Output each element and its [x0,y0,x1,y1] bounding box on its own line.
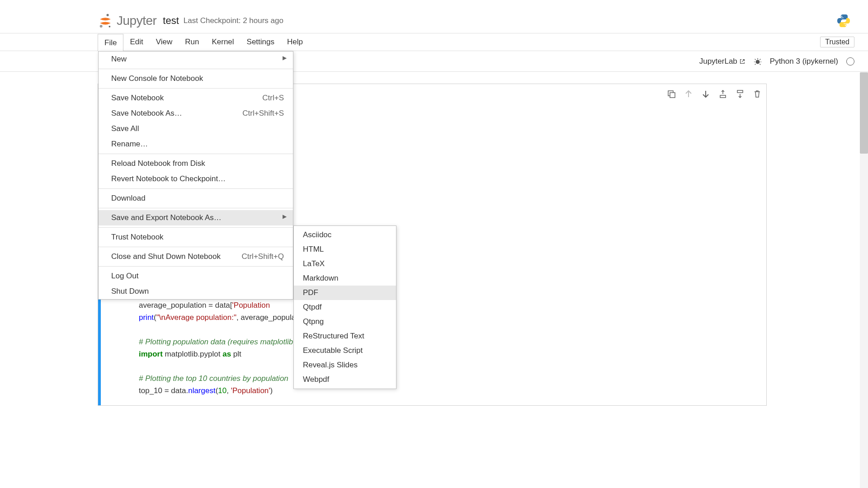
menu-new-console[interactable]: New Console for Notebook [99,71,293,86]
svg-point-1 [100,25,103,28]
menu-edit[interactable]: Edit [123,33,149,51]
kernel-name[interactable]: Python 3 (ipykernel) [770,57,838,66]
menu-separator [99,227,293,228]
menu-label: New [111,55,127,64]
svg-point-2 [108,26,110,28]
export-restructured-text[interactable]: ReStructured Text [294,329,396,343]
header: Jupyter test Last Checkpoint: 2 hours ag… [0,9,868,33]
menu-label: Save Notebook As… [111,109,182,118]
menu-label: Save and Export Notebook As… [111,213,222,222]
jupyterlab-label: JupyterLab [699,57,737,66]
menu-save-all[interactable]: Save All [99,121,293,136]
menu-shortcut: Ctrl+Shift+S [242,109,284,118]
menu-label: Download [111,194,146,203]
menu-close-shutdown[interactable]: Close and Shut Down NotebookCtrl+Shift+Q [99,249,293,264]
menu-reload[interactable]: Reload Notebook from Disk [99,156,293,171]
menu-shortcut: Ctrl+Shift+Q [241,252,284,261]
export-executable-script[interactable]: Executable Script [294,343,396,358]
export-latex[interactable]: LaTeX [294,257,396,271]
python-logo-icon [836,14,851,28]
debug-icon[interactable] [754,57,762,66]
browser-chrome-spacer [0,0,868,9]
menu-separator [99,88,293,89]
menu-file[interactable]: File [98,34,123,51]
menu-export[interactable]: Save and Export Notebook As…▶ [99,210,293,225]
chevron-right-icon: ▶ [283,55,287,61]
code-text: matplotlib.pyplot [163,350,222,358]
menu-kernel[interactable]: Kernel [205,33,240,51]
insert-below-icon[interactable] [736,89,745,99]
menu-save[interactable]: Save NotebookCtrl+S [99,90,293,106]
svg-point-0 [107,14,109,16]
code-text: 'Population' [231,386,270,395]
export-html[interactable]: HTML [294,242,396,257]
cell-toolbar [667,89,762,99]
code-text: top_10 = data. [139,386,188,395]
export-markdown[interactable]: Markdown [294,271,396,286]
menu-help[interactable]: Help [281,33,309,51]
code-text: import [139,350,163,358]
code-text: plt [231,350,241,358]
menu-label: New Console for Notebook [111,74,203,83]
export-reveal-js-slides[interactable]: Reveal.js Slides [294,358,396,372]
export-qtpdf[interactable]: Qtpdf [294,300,396,314]
jupyter-logo-icon [98,13,113,28]
menu-label: Revert Notebook to Checkpoint… [111,174,226,183]
svg-rect-5 [670,93,675,98]
export-qtpng[interactable]: Qtpng [294,314,396,329]
menu-revert[interactable]: Revert Notebook to Checkpoint… [99,171,293,187]
menu-label: Save Notebook [111,94,164,103]
menu-shortcut: Ctrl+S [262,94,284,103]
code-text: as [222,350,231,358]
trusted-badge[interactable]: Trusted [820,37,854,47]
menu-run[interactable]: Run [179,33,205,51]
menu-separator [99,266,293,267]
code-text: print [139,313,154,322]
menu-label: Rename… [111,140,148,149]
menu-separator [99,188,293,189]
menu-download[interactable]: Download [99,191,293,206]
menu-new[interactable]: New▶ [99,52,293,67]
menu-label: Reload Notebook from Disk [111,159,205,168]
menu-view[interactable]: View [150,33,179,51]
jupyterlab-link[interactable]: JupyterLab [699,57,745,66]
code-text: 'Population [232,301,270,310]
insert-above-icon[interactable] [718,89,727,99]
menu-settings[interactable]: Settings [241,33,281,51]
menu-label: Log Out [111,272,139,281]
move-down-icon[interactable] [701,89,710,99]
svg-rect-6 [720,95,726,98]
notebook-title[interactable]: test [163,15,179,27]
menu-separator [99,154,293,154]
kernel-status-icon[interactable] [846,57,854,66]
code-text: nlargest [188,386,215,395]
menubar: File Edit View Run Kernel Settings Help … [0,33,868,51]
code-text: # Plotting the top 10 countries by popul… [139,374,288,383]
duplicate-icon[interactable] [667,89,676,99]
menu-separator [99,69,293,69]
export-pdf[interactable]: PDF [294,286,396,300]
menu-separator [99,208,293,208]
code-text: ) [270,386,273,395]
code-text: , [226,386,231,395]
external-link-icon [739,58,745,65]
menu-label: Trust Notebook [111,233,164,242]
menu-save-as[interactable]: Save Notebook As…Ctrl+Shift+S [99,106,293,121]
menu-rename[interactable]: Rename… [99,136,293,152]
delete-icon[interactable] [753,89,762,99]
jupyter-logo-text: Jupyter [117,14,156,28]
move-up-icon[interactable] [684,89,693,99]
menu-logout[interactable]: Log Out [99,268,293,284]
jupyter-logo[interactable]: Jupyter [98,13,156,28]
scrollbar-thumb[interactable] [860,72,868,154]
chevron-right-icon: ▶ [283,213,287,220]
export-webpdf[interactable]: Webpdf [294,372,396,387]
menu-label: Save All [111,124,139,133]
svg-point-3 [755,60,760,64]
scrollbar[interactable] [860,72,868,488]
svg-rect-7 [737,90,743,93]
export-asciidoc[interactable]: Asciidoc [294,228,396,242]
menu-shutdown[interactable]: Shut Down [99,284,293,299]
menu-label: Close and Shut Down Notebook [111,252,221,261]
menu-trust[interactable]: Trust Notebook [99,230,293,245]
